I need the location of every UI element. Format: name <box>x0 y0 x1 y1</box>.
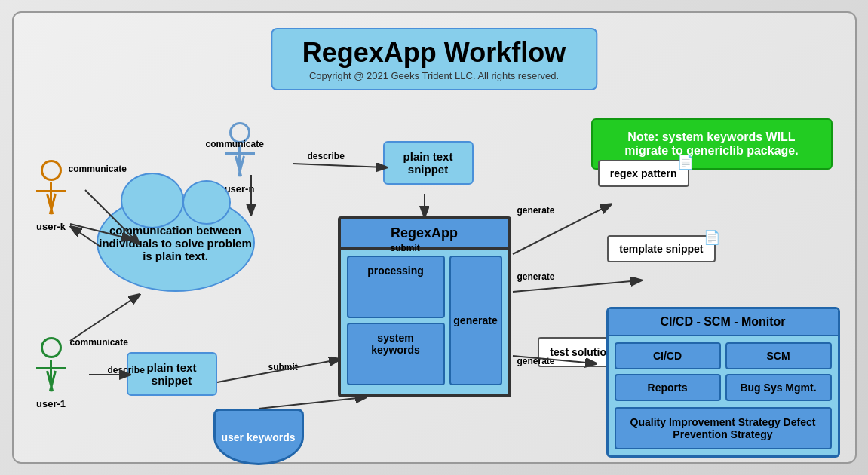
cicd-box: CI/CD - SCM - Monitor CI/CD SCM Reports … <box>606 307 840 458</box>
submit-bottom-label: submit <box>268 362 298 372</box>
system-keywords-box: system keywords <box>347 323 445 385</box>
reports-item: Reports <box>615 374 721 401</box>
page-title: RegexApp Workflow <box>302 37 566 69</box>
svg-line-10 <box>513 280 639 292</box>
template-snippet-box: template snippet <box>607 235 715 262</box>
generate-mid-label: generate <box>517 271 555 282</box>
svg-line-12 <box>259 397 364 409</box>
user-keywords-box: user keywords <box>213 409 304 465</box>
regexapp-box: RegexApp processing system keywords gene… <box>338 216 511 397</box>
svg-line-6 <box>70 296 138 341</box>
generate-box: generate <box>449 256 502 385</box>
processing-box: processing <box>347 256 445 318</box>
main-container: RegexApp Workflow Copyright @ 2021 Geeks… <box>12 11 857 464</box>
regexapp-title: RegexApp <box>341 219 508 250</box>
generate-bottom-label: generate <box>517 356 555 366</box>
cicd-item: CI/CD <box>615 342 721 369</box>
communicate-k-label: communicate <box>69 164 127 174</box>
quality-item: Quality Improvement Strategy Defect Prev… <box>615 407 832 449</box>
user-n-figure: user-n <box>225 122 255 195</box>
cicd-title: CI/CD - SCM - Monitor <box>609 309 838 336</box>
bug-sys-item: Bug Sys Mgmt. <box>725 374 832 401</box>
svg-line-4 <box>293 164 385 167</box>
snippet-top: plain text snippet <box>383 141 474 185</box>
copyright-text: Copyright @ 2021 Geeks Trident LLC. All … <box>302 70 566 81</box>
user-1-label: user-1 <box>36 398 66 409</box>
user-n-label: user-n <box>225 183 255 195</box>
scm-item: SCM <box>725 342 832 369</box>
communicate-1-label: communicate <box>70 337 128 348</box>
generate-top-label: generate <box>517 205 555 216</box>
title-box: RegexApp Workflow Copyright @ 2021 Geeks… <box>271 28 597 90</box>
regex-pattern-box: regex pattern <box>598 160 689 187</box>
svg-line-13 <box>72 228 100 247</box>
cloud-text: communication between individuals to sol… <box>97 194 255 292</box>
communicate-n-label: communicate <box>206 139 264 149</box>
submit-top-label: submit <box>391 243 420 253</box>
describe-n-label: describe <box>308 151 345 161</box>
user-1-figure: user-1 <box>36 337 66 409</box>
user-k-figure: user-k <box>36 160 66 232</box>
describe-1-label: describe <box>108 365 145 375</box>
user-k-label: user-k <box>36 221 66 232</box>
